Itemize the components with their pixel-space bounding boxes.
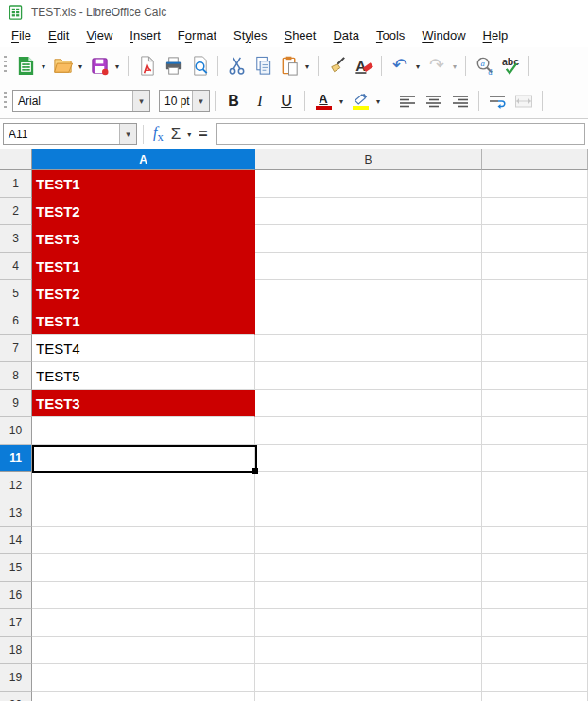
cell-C9[interactable] — [482, 390, 588, 417]
new-document-button[interactable] — [12, 52, 39, 79]
save-button[interactable] — [86, 52, 112, 79]
cell-C6[interactable] — [482, 307, 588, 335]
sum-dropdown[interactable]: ▾ — [184, 129, 194, 139]
find-replace-button[interactable]: ad — [471, 52, 497, 79]
name-box[interactable]: A11 ▾ — [3, 123, 137, 145]
toolbar-grip[interactable] — [4, 92, 7, 111]
highlight-color-dropdown[interactable]: ▾ — [373, 96, 383, 106]
cell-A11[interactable] — [32, 445, 255, 472]
row-header-7[interactable]: 7 — [0, 335, 32, 362]
cell-B17[interactable] — [255, 609, 482, 637]
menu-window[interactable]: Window — [413, 26, 474, 45]
bold-button[interactable]: B — [220, 88, 247, 114]
cell-B3[interactable] — [255, 225, 482, 253]
cell-C3[interactable] — [482, 225, 588, 253]
wrap-text-button[interactable] — [484, 88, 510, 114]
font-size-combobox[interactable]: 10 pt ▾ — [159, 90, 210, 112]
row-header-12[interactable]: 12 — [0, 472, 32, 499]
align-center-button[interactable] — [421, 88, 447, 114]
cell-C13[interactable] — [482, 499, 588, 527]
cell-B5[interactable] — [255, 280, 482, 307]
cell-B1[interactable] — [255, 170, 482, 198]
cell-A6[interactable]: TEST1 — [32, 307, 255, 335]
redo-button[interactable]: ↷ — [424, 52, 450, 79]
cell-A15[interactable] — [32, 554, 255, 582]
cell-C10[interactable] — [482, 417, 588, 445]
cell-A5[interactable]: TEST2 — [32, 280, 255, 307]
cell-C4[interactable] — [482, 253, 588, 280]
cell-C7[interactable] — [482, 335, 588, 362]
cell-B15[interactable] — [255, 554, 482, 582]
italic-button[interactable]: I — [247, 88, 273, 114]
menu-styles[interactable]: Styles — [225, 26, 275, 45]
cell-A17[interactable] — [32, 609, 255, 637]
cell-A2[interactable]: TEST2 — [32, 198, 255, 225]
cell-C18[interactable] — [482, 637, 588, 664]
row-header-15[interactable]: 15 — [0, 554, 32, 582]
menu-format[interactable]: Format — [169, 26, 225, 45]
cell-B4[interactable] — [255, 253, 482, 280]
cell-C14[interactable] — [482, 527, 588, 554]
cell-B2[interactable] — [255, 198, 482, 225]
column-header-partial[interactable] — [482, 149, 588, 170]
fill-handle[interactable] — [252, 468, 258, 474]
cell-A12[interactable] — [32, 472, 255, 499]
cell-A19[interactable] — [32, 664, 255, 692]
cell-A1[interactable]: TEST1 — [32, 170, 255, 198]
menu-tools[interactable]: Tools — [368, 26, 413, 45]
row-header-1[interactable]: 1 — [0, 170, 32, 198]
align-left-button[interactable] — [394, 88, 421, 114]
cell-B10[interactable] — [255, 417, 482, 445]
cell-C19[interactable] — [482, 664, 588, 692]
redo-dropdown[interactable]: ▾ — [450, 61, 459, 71]
cell-B6[interactable] — [255, 307, 482, 335]
row-header-20[interactable]: 20 — [0, 692, 32, 701]
row-header-6[interactable]: 6 — [0, 307, 32, 335]
row-header-11[interactable]: 11 — [0, 445, 32, 472]
cell-A3[interactable]: TEST3 — [32, 225, 255, 253]
clear-formatting-button[interactable]: A — [350, 52, 376, 79]
menu-insert[interactable]: Insert — [121, 26, 169, 45]
equals-button[interactable]: = — [195, 122, 211, 147]
cell-B12[interactable] — [255, 472, 482, 499]
menu-view[interactable]: View — [78, 26, 121, 45]
row-header-5[interactable]: 5 — [0, 280, 32, 307]
cell-A4[interactable]: TEST1 — [32, 253, 255, 280]
undo-button[interactable]: ↶ — [387, 52, 413, 79]
font-color-dropdown[interactable]: ▾ — [337, 96, 346, 106]
cell-B14[interactable] — [255, 527, 482, 554]
cell-C8[interactable] — [482, 362, 588, 390]
row-header-8[interactable]: 8 — [0, 362, 32, 390]
cell-C16[interactable] — [482, 582, 588, 609]
cell-A18[interactable] — [32, 637, 255, 664]
row-header-3[interactable]: 3 — [0, 225, 32, 253]
formula-input[interactable] — [216, 123, 585, 145]
print-preview-button[interactable] — [186, 52, 213, 79]
chevron-down-icon[interactable]: ▾ — [119, 124, 136, 144]
cell-A7[interactable]: TEST4 — [32, 335, 255, 362]
cell-C12[interactable] — [482, 472, 588, 499]
menu-file[interactable]: File — [3, 26, 40, 45]
row-header-19[interactable]: 19 — [0, 664, 32, 692]
new-document-dropdown[interactable]: ▾ — [39, 61, 48, 71]
save-dropdown[interactable]: ▾ — [112, 61, 122, 71]
open-dropdown[interactable]: ▾ — [76, 61, 85, 71]
paste-dropdown[interactable]: ▾ — [303, 61, 312, 71]
cell-A13[interactable] — [32, 499, 255, 527]
clone-formatting-button[interactable] — [323, 52, 350, 79]
cut-button[interactable] — [223, 52, 250, 79]
function-wizard-button[interactable]: fx — [149, 122, 167, 147]
chevron-down-icon[interactable]: ▾ — [132, 91, 149, 111]
highlight-color-button[interactable] — [347, 88, 373, 114]
chevron-down-icon[interactable]: ▾ — [192, 91, 209, 111]
cell-C17[interactable] — [482, 609, 588, 637]
cell-A9[interactable]: TEST3 — [32, 390, 255, 417]
cell-B16[interactable] — [255, 582, 482, 609]
copy-button[interactable] — [250, 52, 276, 79]
cell-C15[interactable] — [482, 554, 588, 582]
paste-button[interactable] — [276, 52, 303, 79]
font-name-combobox[interactable]: Arial ▾ — [12, 90, 150, 112]
sum-button[interactable]: Σ — [167, 122, 185, 147]
cell-A8[interactable]: TEST5 — [32, 362, 255, 390]
cell-B8[interactable] — [255, 362, 482, 390]
